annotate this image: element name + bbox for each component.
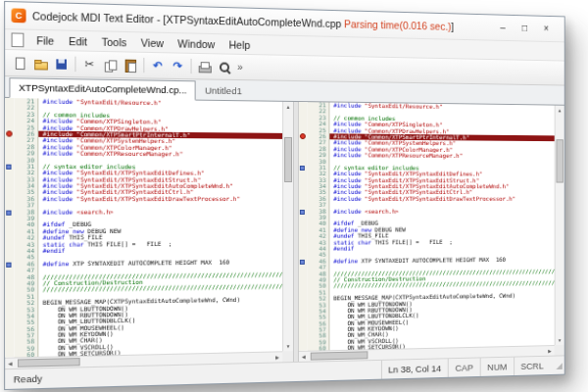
change-marker-icon bbox=[6, 165, 11, 170]
breakpoint-icon bbox=[6, 130, 12, 136]
paste-button[interactable] bbox=[120, 55, 140, 75]
vertical-scrollbar[interactable]: ▲ ▼ bbox=[282, 102, 293, 352]
find-button[interactable] bbox=[215, 57, 234, 77]
menu-file[interactable]: File bbox=[29, 33, 62, 46]
status-num-indicator: NUM bbox=[480, 358, 514, 376]
line-number: 60 bbox=[15, 352, 39, 358]
scroll-left-icon[interactable]: ◀ bbox=[299, 352, 309, 362]
marker-margin[interactable] bbox=[299, 346, 308, 351]
code-view[interactable]: 21#include "SyntaxEdit/Resource.h"2223//… bbox=[5, 98, 282, 358]
toolbar-separator bbox=[143, 58, 144, 73]
new-button[interactable] bbox=[9, 53, 29, 74]
window-title-end: ] bbox=[451, 21, 454, 32]
menu-view[interactable]: View bbox=[134, 36, 172, 49]
parsing-time-text: Parsing time(0.016 sec.) bbox=[344, 18, 451, 32]
mdi-document-icon[interactable] bbox=[12, 32, 24, 47]
editor-pane-left[interactable]: 21#include "SyntaxEdit/Resource.h"2223//… bbox=[5, 98, 293, 368]
scrollbar-thumb[interactable] bbox=[284, 137, 292, 182]
save-icon bbox=[54, 57, 69, 72]
scrollbar-corner bbox=[555, 345, 564, 356]
redo-icon: ↷ bbox=[171, 59, 184, 74]
toolbar-separator bbox=[74, 57, 75, 73]
scrollbar-corner bbox=[282, 351, 293, 362]
vertical-scrollbar[interactable]: ▲ ▼ bbox=[555, 106, 564, 345]
copy-button[interactable] bbox=[100, 55, 121, 75]
find-icon bbox=[218, 60, 231, 74]
scrollbar-thumb[interactable] bbox=[18, 358, 80, 368]
tab-label: XTPSyntaxEditAutoCompleteWnd.cp... bbox=[19, 82, 187, 96]
app-window: C Codejock MDI Text Editor - [XTPSyntaxE… bbox=[4, 1, 565, 390]
code-lines: 21#include "SyntaxEdit/Resource.h"2223//… bbox=[299, 102, 555, 351]
tab-untitled[interactable]: Untitled1 bbox=[196, 81, 251, 100]
change-marker-icon bbox=[6, 262, 11, 267]
scroll-left-icon[interactable]: ◀ bbox=[5, 358, 16, 368]
marker-margin[interactable] bbox=[5, 353, 15, 358]
scroll-down-icon[interactable]: ▼ bbox=[556, 335, 564, 345]
paste-icon bbox=[123, 58, 138, 73]
menu-window[interactable]: Window bbox=[171, 37, 221, 50]
scrollbar-track[interactable] bbox=[556, 115, 564, 335]
scrollbar-thumb[interactable] bbox=[557, 139, 564, 182]
print-icon bbox=[198, 60, 212, 74]
change-marker-icon bbox=[300, 166, 305, 171]
toolbar-separator bbox=[191, 59, 192, 74]
scrollbar-track[interactable] bbox=[283, 112, 293, 341]
print-button[interactable] bbox=[195, 56, 215, 76]
status-scroll-indicator: SCRL bbox=[514, 357, 550, 375]
scroll-right-icon[interactable]: ▶ bbox=[546, 346, 555, 356]
save-button[interactable] bbox=[51, 54, 72, 74]
scroll-down-icon[interactable]: ▼ bbox=[283, 341, 293, 351]
scrollbar-thumb[interactable] bbox=[311, 351, 368, 360]
change-marker-icon bbox=[300, 210, 305, 215]
change-marker-icon bbox=[300, 260, 305, 265]
scroll-up-icon[interactable]: ▲ bbox=[556, 106, 564, 116]
close-button[interactable]: × bbox=[535, 20, 557, 37]
page-background: C Codejock MDI Text Editor - [XTPSyntaxE… bbox=[0, 0, 588, 392]
tab-label: Untitled1 bbox=[205, 85, 242, 97]
code-view[interactable]: 21#include "SyntaxEdit/Resource.h"2223//… bbox=[299, 102, 555, 351]
menu-help[interactable]: Help bbox=[221, 38, 257, 51]
window-title-text: Codejock MDI Text Editor - [XTPSyntaxEdi… bbox=[32, 10, 344, 29]
open-icon bbox=[33, 56, 48, 71]
breakpoint-icon bbox=[300, 133, 306, 139]
code-lines: 21#include "SyntaxEdit/Resource.h"2223//… bbox=[5, 98, 282, 358]
editor-pane-right[interactable]: 21#include "SyntaxEdit/Resource.h"2223//… bbox=[299, 102, 564, 362]
undo-icon: ↶ bbox=[151, 59, 165, 74]
status-message: Ready bbox=[14, 372, 42, 384]
menu-edit[interactable]: Edit bbox=[62, 34, 95, 47]
maximize-button[interactable]: □ bbox=[514, 20, 535, 37]
status-caps-indicator: CAP bbox=[448, 358, 480, 376]
new-icon bbox=[13, 56, 27, 71]
redo-button[interactable]: ↷ bbox=[168, 56, 187, 76]
app-icon: C bbox=[12, 8, 26, 23]
scroll-up-icon[interactable]: ▲ bbox=[283, 102, 293, 112]
undo-button[interactable]: ↶ bbox=[147, 55, 168, 75]
resize-grip[interactable]: ◢ bbox=[550, 361, 564, 370]
toolbar-buttons: ✂↶↷ bbox=[9, 53, 234, 77]
cut-icon: ✂ bbox=[82, 57, 97, 72]
cut-button[interactable]: ✂ bbox=[79, 54, 100, 74]
status-spacer bbox=[42, 369, 380, 378]
window-title: Codejock MDI Text Editor - [XTPSyntaxEdi… bbox=[32, 10, 484, 33]
minimize-button[interactable]: – bbox=[492, 19, 514, 36]
menu-tools[interactable]: Tools bbox=[94, 35, 133, 48]
change-marker-icon bbox=[6, 210, 11, 215]
status-cursor-position: Ln 38, Col 14 bbox=[380, 359, 447, 378]
tab-document[interactable]: XTPSyntaxEditAutoCompleteWnd.cp... bbox=[9, 77, 195, 100]
line-number: 60 bbox=[308, 345, 330, 350]
window-controls: – □ × bbox=[492, 19, 558, 37]
open-button[interactable] bbox=[30, 53, 51, 74]
copy-icon bbox=[103, 58, 118, 73]
editor-split-view: 21#include "SyntaxEdit/Resource.h"2223//… bbox=[5, 98, 564, 368]
scroll-right-icon[interactable]: ▶ bbox=[272, 352, 282, 362]
toolbar-overflow-icon[interactable]: » bbox=[237, 62, 243, 73]
